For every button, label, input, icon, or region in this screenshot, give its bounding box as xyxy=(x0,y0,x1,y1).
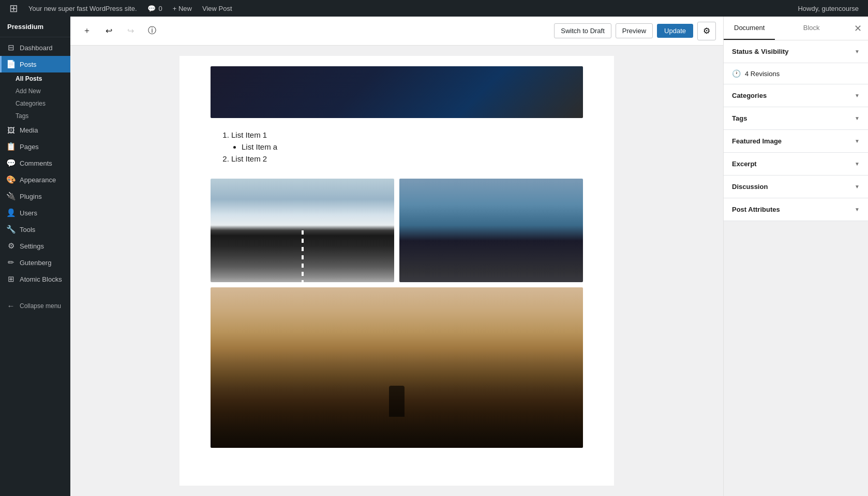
excerpt-section[interactable]: Excerpt ▼ xyxy=(724,153,868,176)
post-attributes-section[interactable]: Post Attributes ▼ xyxy=(724,198,868,221)
comments-count: 0 xyxy=(159,5,162,12)
sidebar-site-name: Pressidium xyxy=(7,23,63,31)
panel-content[interactable]: Status & Visibility ▼ 🕐 4 Revisions Cate… xyxy=(724,40,868,496)
status-visibility-title: Status & Visibility xyxy=(732,48,789,55)
sidebar-item-plugins[interactable]: 🔌 Plugins xyxy=(0,188,70,205)
categories-section[interactable]: Categories ▼ xyxy=(724,84,868,107)
sidebar-item-label: Pages xyxy=(20,143,39,151)
sidebar-sub-categories[interactable]: Categories xyxy=(0,97,70,110)
revisions-text: 4 Revisions xyxy=(745,70,780,78)
status-visibility-section[interactable]: Status & Visibility ▼ xyxy=(724,40,868,63)
featured-image-section[interactable]: Featured Image ▼ xyxy=(724,130,868,153)
view-post-link[interactable]: View Post xyxy=(197,0,237,17)
block-tab[interactable]: Block xyxy=(793,17,830,40)
comments-menu-icon: 💬 xyxy=(6,158,16,168)
settings-icon: ⚙ xyxy=(6,241,16,251)
nested-list-item-a: List Item a xyxy=(242,142,583,151)
atomic-blocks-icon: ⊞ xyxy=(6,274,16,284)
gallery-image-plane[interactable] xyxy=(399,179,583,282)
wp-logo-icon[interactable]: ⊞ xyxy=(4,0,23,17)
sidebar-item-comments[interactable]: 💬 Comments xyxy=(0,155,70,171)
sidebar-item-settings[interactable]: ⚙ Settings xyxy=(0,238,70,254)
admin-bar: ⊞ Your new super fast WordPress site. 💬 … xyxy=(0,0,868,17)
document-tab[interactable]: Document xyxy=(724,17,775,40)
sidebar-item-label: Comments xyxy=(20,159,52,167)
tags-title: Tags xyxy=(732,114,747,122)
sidebar-item-posts[interactable]: 📄 Posts xyxy=(0,56,70,72)
list-item-text: List Item a xyxy=(242,142,277,151)
update-button[interactable]: Update xyxy=(657,24,693,38)
gear-icon: ⚙ xyxy=(703,26,710,36)
site-name-link[interactable]: Your new super fast WordPress site. xyxy=(23,0,142,17)
sidebar-item-media[interactable]: 🖼 Media xyxy=(0,122,70,138)
panel-tabs: Document Block ✕ xyxy=(724,17,868,40)
add-block-button[interactable]: ＋ xyxy=(78,22,96,40)
sidebar-item-label: Media xyxy=(20,126,38,134)
gallery-image-mountain[interactable] xyxy=(211,287,583,448)
sidebar-sub-all-posts[interactable]: All Posts xyxy=(0,72,70,85)
howdy-text: Howdy, gutencourse xyxy=(792,5,864,12)
list-item-1: List Item 1 List Item a xyxy=(231,130,583,151)
editor-toolbar: ＋ ↩ ↪ ⓘ Switch to Draft Preview Update ⚙ xyxy=(70,17,723,46)
sidebar-item-gutenberg[interactable]: ✏ Gutenberg xyxy=(0,254,70,271)
tags-section[interactable]: Tags ▼ xyxy=(724,107,868,130)
settings-button[interactable]: ⚙ xyxy=(697,22,716,40)
sidebar-item-label: Gutenberg xyxy=(20,259,51,267)
panel-close-button[interactable]: ✕ xyxy=(848,19,868,38)
gallery-block[interactable] xyxy=(211,179,583,282)
appearance-icon: 🎨 xyxy=(6,175,16,184)
sidebar-sub-tags[interactable]: Tags xyxy=(0,110,70,122)
undo-icon: ↩ xyxy=(106,26,112,36)
editor-content[interactable]: List Item 1 List Item a List Item 2 xyxy=(70,46,723,496)
switch-to-draft-button[interactable]: Switch to Draft xyxy=(554,23,611,38)
sidebar-item-users[interactable]: 👤 Users xyxy=(0,205,70,221)
redo-icon: ↪ xyxy=(127,26,134,36)
discussion-section[interactable]: Discussion ▼ xyxy=(724,176,868,198)
sidebar-item-label: Tools xyxy=(20,226,35,234)
list-item-text: List Item 1 xyxy=(231,130,267,139)
sidebar-logo-area[interactable]: Pressidium xyxy=(0,17,70,37)
sidebar-item-label: Settings xyxy=(20,242,44,250)
sidebar-item-appearance[interactable]: 🎨 Appearance xyxy=(0,171,70,188)
editor-canvas: List Item 1 List Item a List Item 2 xyxy=(179,56,614,486)
posts-icon: 📄 xyxy=(6,60,16,69)
gallery-image-road[interactable] xyxy=(211,179,394,282)
sidebar-item-label: Posts xyxy=(20,61,37,68)
gutenberg-icon: ✏ xyxy=(6,258,16,267)
new-link[interactable]: + New xyxy=(168,0,197,17)
sidebar-item-atomic-blocks[interactable]: ⊞ Atomic Blocks xyxy=(0,271,70,287)
collapse-label: Collapse menu xyxy=(20,302,61,310)
tags-arrow: ▼ xyxy=(855,115,860,121)
sidebar-item-pages[interactable]: 📋 Pages xyxy=(0,138,70,155)
figure-silhouette xyxy=(389,386,405,417)
revisions-section[interactable]: 🕐 4 Revisions xyxy=(724,63,868,84)
comments-icon: 💬 xyxy=(147,5,156,12)
users-icon: 👤 xyxy=(6,208,16,217)
undo-button[interactable]: ↩ xyxy=(99,22,118,40)
categories-arrow: ▼ xyxy=(855,93,860,98)
post-attributes-title: Post Attributes xyxy=(732,206,780,213)
ordered-list: List Item 1 List Item a List Item 2 xyxy=(221,130,583,163)
comments-link[interactable]: 💬 0 xyxy=(142,0,168,17)
sidebar-item-label: Atomic Blocks xyxy=(20,275,62,283)
excerpt-arrow: ▼ xyxy=(855,161,860,167)
sidebar-item-dashboard[interactable]: ⊟ Dashboard xyxy=(0,39,70,56)
tools-icon: 🔧 xyxy=(6,225,16,234)
discussion-title: Discussion xyxy=(732,183,768,191)
sidebar-item-tools[interactable]: 🔧 Tools xyxy=(0,221,70,238)
header-image-block[interactable] xyxy=(211,66,583,118)
sidebar-item-label: Dashboard xyxy=(20,44,53,52)
redo-button[interactable]: ↪ xyxy=(121,22,140,40)
sidebar-item-label: Plugins xyxy=(20,193,42,200)
add-block-icon: ＋ xyxy=(83,25,91,36)
sidebar-sub-add-new[interactable]: Add New xyxy=(0,85,70,97)
sidebar-collapse-menu[interactable]: ← Collapse menu xyxy=(0,298,70,314)
list-block[interactable]: List Item 1 List Item a List Item 2 xyxy=(221,130,583,163)
editor-area: ＋ ↩ ↪ ⓘ Switch to Draft Preview Update ⚙ xyxy=(70,17,723,496)
preview-button[interactable]: Preview xyxy=(616,23,653,38)
sidebar-nav: ⊟ Dashboard 📄 Posts All Posts Add New Ca… xyxy=(0,37,70,316)
discussion-arrow: ▼ xyxy=(855,184,860,189)
status-visibility-arrow: ▼ xyxy=(855,49,860,54)
featured-image-arrow: ▼ xyxy=(855,138,860,144)
info-button[interactable]: ⓘ xyxy=(143,22,161,40)
